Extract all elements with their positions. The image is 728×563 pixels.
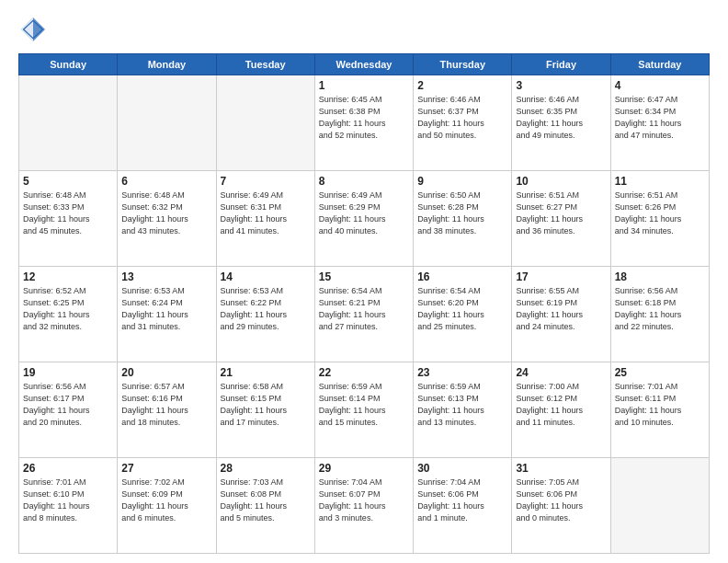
day-info: Sunrise: 6:52 AM Sunset: 6:25 PM Dayligh… (23, 285, 113, 333)
calendar-day-header: Monday (118, 54, 216, 75)
day-info: Sunrise: 7:02 AM Sunset: 6:09 PM Dayligh… (121, 477, 211, 524)
day-info: Sunrise: 6:58 AM Sunset: 6:15 PM Dayligh… (221, 381, 311, 429)
day-number: 28 (221, 462, 311, 475)
day-info: Sunrise: 6:53 AM Sunset: 6:24 PM Dayligh… (121, 285, 211, 333)
day-number: 20 (121, 366, 211, 379)
day-number: 7 (221, 175, 311, 188)
calendar-cell: 5Sunrise: 6:48 AM Sunset: 6:33 PM Daylig… (19, 171, 118, 267)
calendar-cell: 19Sunrise: 6:56 AM Sunset: 6:17 PM Dayli… (19, 362, 118, 458)
calendar-week-row: 5Sunrise: 6:48 AM Sunset: 6:33 PM Daylig… (19, 171, 710, 267)
calendar-cell: 17Sunrise: 6:55 AM Sunset: 6:19 PM Dayli… (512, 267, 610, 362)
day-info: Sunrise: 7:01 AM Sunset: 6:11 PM Dayligh… (615, 381, 705, 429)
calendar-day-header: Tuesday (216, 54, 314, 75)
day-info: Sunrise: 6:56 AM Sunset: 6:18 PM Dayligh… (615, 285, 705, 333)
calendar-header-row: SundayMondayTuesdayWednesdayThursdayFrid… (19, 54, 710, 75)
calendar-cell: 27Sunrise: 7:02 AM Sunset: 6:09 PM Dayli… (118, 458, 216, 554)
day-info: Sunrise: 6:54 AM Sunset: 6:20 PM Dayligh… (417, 285, 507, 333)
day-info: Sunrise: 6:45 AM Sunset: 6:38 PM Dayligh… (319, 94, 409, 142)
calendar-cell: 23Sunrise: 6:59 AM Sunset: 6:13 PM Dayli… (414, 362, 512, 458)
calendar-cell (610, 458, 709, 554)
day-number: 18 (615, 270, 705, 283)
calendar-day-header: Wednesday (314, 54, 413, 75)
calendar-day-header: Thursday (414, 54, 512, 75)
calendar-cell: 31Sunrise: 7:05 AM Sunset: 6:06 PM Dayli… (512, 458, 610, 554)
calendar-cell: 7Sunrise: 6:49 AM Sunset: 6:31 PM Daylig… (216, 171, 314, 267)
day-info: Sunrise: 6:56 AM Sunset: 6:17 PM Dayligh… (23, 381, 113, 429)
day-info: Sunrise: 6:48 AM Sunset: 6:32 PM Dayligh… (121, 190, 211, 237)
calendar-cell: 13Sunrise: 6:53 AM Sunset: 6:24 PM Dayli… (118, 267, 216, 362)
day-info: Sunrise: 6:59 AM Sunset: 6:13 PM Dayligh… (417, 381, 507, 429)
day-info: Sunrise: 6:51 AM Sunset: 6:27 PM Dayligh… (516, 190, 606, 237)
day-number: 17 (516, 270, 606, 283)
calendar-cell: 1Sunrise: 6:45 AM Sunset: 6:38 PM Daylig… (314, 75, 413, 171)
day-info: Sunrise: 6:48 AM Sunset: 6:33 PM Dayligh… (23, 190, 113, 237)
calendar-cell: 29Sunrise: 7:04 AM Sunset: 6:07 PM Dayli… (314, 458, 413, 554)
day-info: Sunrise: 6:49 AM Sunset: 6:31 PM Dayligh… (221, 190, 311, 237)
day-info: Sunrise: 6:50 AM Sunset: 6:28 PM Dayligh… (417, 190, 507, 237)
calendar-cell: 22Sunrise: 6:59 AM Sunset: 6:14 PM Dayli… (314, 362, 413, 458)
calendar-cell (19, 75, 118, 171)
day-info: Sunrise: 7:04 AM Sunset: 6:07 PM Dayligh… (319, 477, 409, 524)
day-info: Sunrise: 6:54 AM Sunset: 6:21 PM Dayligh… (319, 285, 409, 333)
day-info: Sunrise: 6:53 AM Sunset: 6:22 PM Dayligh… (221, 285, 311, 333)
calendar-cell (118, 75, 216, 171)
day-number: 26 (23, 462, 113, 475)
calendar-cell: 10Sunrise: 6:51 AM Sunset: 6:27 PM Dayli… (512, 171, 610, 267)
calendar-cell: 12Sunrise: 6:52 AM Sunset: 6:25 PM Dayli… (19, 267, 118, 362)
day-number: 9 (417, 175, 507, 188)
calendar-cell: 26Sunrise: 7:01 AM Sunset: 6:10 PM Dayli… (19, 458, 118, 554)
calendar-cell: 28Sunrise: 7:03 AM Sunset: 6:08 PM Dayli… (216, 458, 314, 554)
calendar-week-row: 26Sunrise: 7:01 AM Sunset: 6:10 PM Dayli… (19, 458, 710, 554)
day-number: 23 (417, 366, 507, 379)
day-info: Sunrise: 6:46 AM Sunset: 6:35 PM Dayligh… (516, 94, 606, 142)
day-number: 30 (417, 462, 507, 475)
calendar-cell: 3Sunrise: 6:46 AM Sunset: 6:35 PM Daylig… (512, 75, 610, 171)
day-number: 29 (319, 462, 409, 475)
calendar-cell: 2Sunrise: 6:46 AM Sunset: 6:37 PM Daylig… (414, 75, 512, 171)
day-info: Sunrise: 6:47 AM Sunset: 6:34 PM Dayligh… (615, 94, 705, 142)
day-info: Sunrise: 7:00 AM Sunset: 6:12 PM Dayligh… (516, 381, 606, 429)
day-info: Sunrise: 7:01 AM Sunset: 6:10 PM Dayligh… (23, 477, 113, 524)
calendar-cell: 25Sunrise: 7:01 AM Sunset: 6:11 PM Dayli… (610, 362, 709, 458)
calendar-cell (216, 75, 314, 171)
calendar-cell: 11Sunrise: 6:51 AM Sunset: 6:26 PM Dayli… (610, 171, 709, 267)
calendar-table: SundayMondayTuesdayWednesdayThursdayFrid… (18, 53, 710, 554)
day-info: Sunrise: 6:46 AM Sunset: 6:37 PM Dayligh… (417, 94, 507, 142)
calendar-cell: 21Sunrise: 6:58 AM Sunset: 6:15 PM Dayli… (216, 362, 314, 458)
day-number: 3 (516, 79, 606, 92)
day-number: 5 (23, 175, 113, 188)
day-number: 19 (23, 366, 113, 379)
calendar-cell: 14Sunrise: 6:53 AM Sunset: 6:22 PM Dayli… (216, 267, 314, 362)
day-number: 24 (516, 366, 606, 379)
calendar-cell: 16Sunrise: 6:54 AM Sunset: 6:20 PM Dayli… (414, 267, 512, 362)
day-number: 22 (319, 366, 409, 379)
calendar-cell: 6Sunrise: 6:48 AM Sunset: 6:32 PM Daylig… (118, 171, 216, 267)
calendar-cell: 20Sunrise: 6:57 AM Sunset: 6:16 PM Dayli… (118, 362, 216, 458)
calendar-cell: 30Sunrise: 7:04 AM Sunset: 6:06 PM Dayli… (414, 458, 512, 554)
day-info: Sunrise: 7:05 AM Sunset: 6:06 PM Dayligh… (516, 477, 606, 524)
day-info: Sunrise: 6:49 AM Sunset: 6:29 PM Dayligh… (319, 190, 409, 237)
day-info: Sunrise: 7:04 AM Sunset: 6:06 PM Dayligh… (417, 477, 507, 524)
day-number: 11 (615, 175, 705, 188)
day-info: Sunrise: 6:57 AM Sunset: 6:16 PM Dayligh… (121, 381, 211, 429)
calendar-cell: 24Sunrise: 7:00 AM Sunset: 6:12 PM Dayli… (512, 362, 610, 458)
day-number: 10 (516, 175, 606, 188)
day-number: 16 (417, 270, 507, 283)
day-number: 6 (121, 175, 211, 188)
calendar-day-header: Saturday (610, 54, 709, 75)
day-number: 15 (319, 270, 409, 283)
calendar-week-row: 1Sunrise: 6:45 AM Sunset: 6:38 PM Daylig… (19, 75, 710, 171)
day-number: 31 (516, 462, 606, 475)
day-number: 13 (121, 270, 211, 283)
calendar-week-row: 19Sunrise: 6:56 AM Sunset: 6:17 PM Dayli… (19, 362, 710, 458)
day-info: Sunrise: 6:51 AM Sunset: 6:26 PM Dayligh… (615, 190, 705, 237)
day-number: 8 (319, 175, 409, 188)
calendar-cell: 18Sunrise: 6:56 AM Sunset: 6:18 PM Dayli… (610, 267, 709, 362)
page: SundayMondayTuesdayWednesdayThursdayFrid… (0, 0, 728, 563)
calendar-cell: 4Sunrise: 6:47 AM Sunset: 6:34 PM Daylig… (610, 75, 709, 171)
header (18, 15, 710, 44)
calendar-cell: 15Sunrise: 6:54 AM Sunset: 6:21 PM Dayli… (314, 267, 413, 362)
day-number: 14 (221, 270, 311, 283)
day-number: 12 (23, 270, 113, 283)
day-number: 27 (121, 462, 211, 475)
